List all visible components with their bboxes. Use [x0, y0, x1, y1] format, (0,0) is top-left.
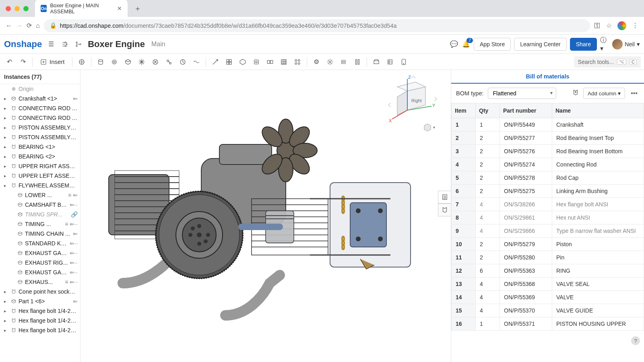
- bom-row[interactable]: 84ON/S/29861Hex nut ANSI: [452, 211, 644, 224]
- onshape-logo[interactable]: Onshape: [4, 39, 42, 49]
- chevron-right-icon[interactable]: ▸: [4, 106, 9, 111]
- tool-icon[interactable]: [122, 56, 134, 68]
- tool-icon[interactable]: [76, 56, 88, 68]
- bom-type-select[interactable]: Flattened: [488, 88, 556, 99]
- add-column-button[interactable]: Add column ▾: [583, 88, 625, 99]
- redo-icon[interactable]: ↷: [17, 56, 29, 68]
- browser-menu-icon[interactable]: ⋮: [632, 22, 638, 29]
- bom-row[interactable]: 154ON/P/55370VALVE GUIDE: [452, 304, 644, 317]
- chevron-right-icon[interactable]: ▸: [4, 173, 9, 179]
- tool-icon[interactable]: [209, 56, 221, 68]
- tree-item[interactable]: EXHAUS...≡ ⇐··: [0, 277, 80, 287]
- window-traffic-lights[interactable]: [6, 6, 29, 11]
- tree-config-icon[interactable]: [60, 40, 69, 49]
- address-bar[interactable]: 🔒 https://cad.onshape.com/documents/73ca…: [44, 19, 590, 32]
- menu-icon[interactable]: ☰: [47, 40, 56, 49]
- tool-icon[interactable]: [190, 56, 202, 68]
- bom-row[interactable]: 144ON/P/55369VALVE: [452, 291, 644, 304]
- tree-item[interactable]: ▸Hex flange bolt 1/4-28...: [0, 316, 80, 325]
- chevron-right-icon[interactable]: ▸: [4, 318, 9, 323]
- tree-item[interactable]: CAMSHAFT BU...⇐··: [0, 200, 80, 210]
- tree-origin[interactable]: ⊕Origin: [0, 84, 80, 94]
- tool-icon[interactable]: [223, 56, 235, 68]
- insert-button[interactable]: Insert: [36, 56, 69, 68]
- appstore-button[interactable]: App Store: [474, 38, 511, 51]
- bom-row[interactable]: 126ON/P/55363RING: [452, 264, 644, 278]
- bom-row[interactable]: 74ON/S/38266Hex flange bolt ANSI: [452, 198, 644, 211]
- bom-table[interactable]: Item Qty Part number Name 11ON/P/55449Cr…: [451, 103, 644, 362]
- tool-icon[interactable]: [264, 56, 276, 68]
- workspace-name[interactable]: Main: [151, 41, 165, 48]
- bom-row[interactable]: 42ON/P/55274Connecting Rod: [452, 158, 644, 171]
- instance-tree[interactable]: ⊕Origin▸Crankshaft <1>⇐▸CONNECTING ROD A…: [0, 84, 80, 362]
- tree-item[interactable]: ▸FLYWHEEL ASSEMBL...: [0, 181, 80, 190]
- bom-row[interactable]: 11ON/P/55449Crankshaft: [452, 118, 644, 132]
- tool-icon[interactable]: [338, 56, 350, 68]
- tree-item[interactable]: ▸UPPER RIGHT ASSEM...: [0, 161, 80, 171]
- bom-row[interactable]: 62ON/P/55275Linking Arm Bushing: [452, 185, 644, 198]
- tree-item[interactable]: ▸Cone point hex socket ...: [0, 287, 80, 296]
- bom-settings-icon[interactable]: [572, 89, 579, 98]
- tool-icon[interactable]: [278, 56, 290, 68]
- tree-item[interactable]: ▸PISTON ASSEMBLY <...: [0, 123, 80, 132]
- tool-icon[interactable]: [250, 56, 262, 68]
- chevron-right-icon[interactable]: ▸: [4, 115, 9, 121]
- chevron-right-icon[interactable]: ▸: [4, 135, 9, 140]
- branch-icon[interactable]: [74, 40, 83, 49]
- user-menu[interactable]: Neil ▾: [612, 39, 640, 49]
- tab-close-icon[interactable]: ✕: [117, 5, 122, 12]
- tree-item[interactable]: TIMING CHAIN ...⇐: [0, 229, 80, 239]
- tree-item[interactable]: ▸CONNECTING ROD AS...: [0, 113, 80, 123]
- viewport-3d[interactable]: Right Z Y X ▾: [80, 70, 451, 362]
- col-name[interactable]: Name: [552, 103, 644, 118]
- tree-item[interactable]: ▸PISTON ASSEMBLY <...: [0, 132, 80, 142]
- chevron-right-icon[interactable]: ▸: [4, 299, 9, 304]
- tool-icon[interactable]: [237, 56, 249, 68]
- undo-icon[interactable]: ↶: [3, 56, 15, 68]
- new-tab-button[interactable]: ＋: [130, 2, 145, 15]
- tree-item[interactable]: STANDARD KE...⇐··: [0, 239, 80, 248]
- tree-item[interactable]: ▸UPPER LEFT ASSEM...: [0, 171, 80, 181]
- learning-center-button[interactable]: Learning Center: [514, 38, 566, 51]
- tool-icon[interactable]: [108, 56, 120, 68]
- browser-profile-icon[interactable]: [617, 21, 626, 30]
- view-cube[interactable]: Right Z Y X ▾: [387, 75, 440, 131]
- chevron-right-icon[interactable]: ▸: [4, 183, 9, 188]
- chevron-right-icon[interactable]: ▸: [4, 328, 9, 333]
- bom-row[interactable]: 22ON/P/55277Rod Bearing Insert Top: [452, 132, 644, 145]
- tree-item[interactable]: TIMING SPR...🔗: [0, 210, 80, 219]
- tool-icon[interactable]: [95, 56, 107, 68]
- bom-row[interactable]: 161ON/P/55371PISTON HOUSING UPPER: [452, 317, 644, 331]
- tool-icon[interactable]: [136, 56, 148, 68]
- tool-icon[interactable]: [351, 56, 363, 68]
- tool-icon[interactable]: [163, 56, 175, 68]
- browser-tab[interactable]: On Boxer Engine | MAIN ASSEMBL ✕: [35, 0, 128, 18]
- tree-item[interactable]: EXHAUST RIG...⇐··: [0, 258, 80, 267]
- bom-row[interactable]: 94ON/S/29866Type B narrow flat washer AN…: [452, 224, 644, 238]
- chevron-right-icon[interactable]: ▸: [4, 96, 9, 101]
- tree-item[interactable]: EXHAUST GAS...⇐··: [0, 267, 80, 277]
- reload-icon[interactable]: ⟳: [27, 22, 32, 29]
- tree-item[interactable]: TIMING ...≡ ⇐··: [0, 219, 80, 229]
- gear-icon[interactable]: ⚙: [310, 56, 322, 68]
- home-icon[interactable]: ⌂: [36, 22, 40, 29]
- config-tab-icon[interactable]: [438, 204, 451, 216]
- tool-icon[interactable]: [398, 56, 410, 68]
- share-button[interactable]: Share: [570, 38, 597, 51]
- chevron-right-icon[interactable]: ▸: [4, 144, 9, 150]
- tree-item[interactable]: ▸BEARING <1>: [0, 142, 80, 152]
- tool-icon[interactable]: [149, 56, 161, 68]
- bom-row[interactable]: 52ON/P/55278Rod Cap: [452, 171, 644, 185]
- tree-item[interactable]: ▸Crankshaft <1>⇐: [0, 94, 80, 103]
- tree-item[interactable]: ▸BEARING <2>: [0, 152, 80, 161]
- bom-row[interactable]: 102ON/P/55279Piston: [452, 238, 644, 251]
- tree-item[interactable]: ▸Hex flange bolt 1/4-28...: [0, 306, 80, 316]
- document-title[interactable]: Boxer Engine: [88, 39, 145, 49]
- tool-search[interactable]: Search tools... ⌥C: [574, 56, 641, 68]
- comments-icon[interactable]: 💬: [450, 40, 458, 49]
- tree-item[interactable]: ▸Part 1 <6>⇐: [0, 296, 80, 306]
- chevron-right-icon[interactable]: ▸: [4, 164, 9, 169]
- tree-item[interactable]: EXHAUST GAS...⇐··: [0, 248, 80, 258]
- col-qty[interactable]: Qty: [476, 103, 500, 118]
- bom-tab-icon[interactable]: [438, 191, 451, 204]
